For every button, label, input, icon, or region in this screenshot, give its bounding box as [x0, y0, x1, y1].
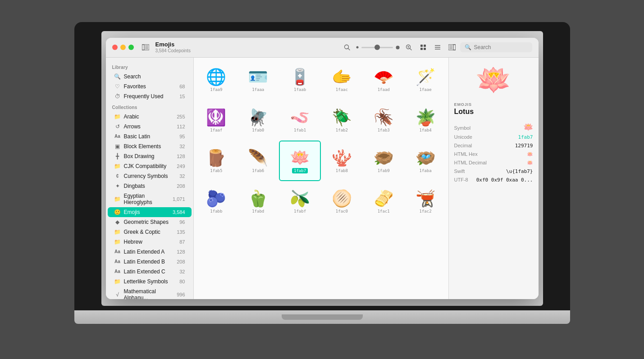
emoji-cell[interactable]: 🪷 1fab7 [279, 141, 321, 181]
emoji-cell[interactable]: 🪲 1fab2 [321, 100, 363, 141]
collections-section-header: Collections [106, 101, 193, 112]
sidebar-toggle-button[interactable] [139, 41, 152, 54]
emoji-code: 1fab3 [378, 128, 390, 132]
sidebar-item-search[interactable]: 🔍 Search [108, 72, 192, 82]
emoji-code: 1faac [336, 87, 348, 92]
emoji-cell[interactable]: 🌐 1faa9 [196, 59, 238, 100]
emoji-cell[interactable]: 🫑 1fabd [237, 181, 279, 222]
box-icon: ╋ [114, 153, 121, 159]
emoji-glyph: 🪭 [374, 68, 394, 86]
grid-view-button[interactable] [417, 41, 429, 54]
sidebar-item-latin-ext-c[interactable]: Aa Latin Extended C 32 [108, 267, 192, 277]
sidebar-item-greek[interactable]: 📁 Greek & Coptic 135 [108, 227, 192, 237]
emoji-cell[interactable]: 🪵 1fab5 [196, 141, 238, 181]
sidebar-item-label: Search [124, 73, 185, 80]
maximize-button[interactable] [128, 45, 134, 50]
sidebar-item-box-drawing[interactable]: ╋ Box Drawing 128 [108, 151, 192, 161]
emoji-cell[interactable]: 🫐 1fabb [196, 181, 238, 222]
emoji-code: 1fabd [252, 209, 264, 214]
emoji-glyph: 🪪 [248, 68, 268, 86]
list-view-button[interactable] [431, 41, 444, 54]
emoji-cell[interactable]: 🪄 1faae [405, 59, 447, 100]
emoji-cell[interactable]: 🪱 1fab1 [279, 100, 321, 141]
sidebar-item-count: 32 [179, 173, 185, 179]
sidebar-item-label: Arrows [124, 123, 174, 130]
detail-row-value: \u{1fab7} [506, 168, 533, 174]
sidebar-item-latin-ext-b[interactable]: Aa Latin Extended B 208 [108, 257, 192, 267]
emoji-cell[interactable]: 🪰 1fab0 [237, 100, 279, 141]
emoji-cell[interactable]: 🫓 1fac0 [321, 181, 363, 222]
sidebar-item-latin-ext-a[interactable]: Aa Latin Extended A 128 [108, 247, 192, 257]
text-icon: Aa [114, 259, 121, 264]
emoji-cell[interactable]: 🫱 1faac [321, 59, 363, 100]
emoji-cell[interactable]: 🪯 1faaf [196, 100, 238, 141]
sidebar-item-math[interactable]: √ Mathematical Alphanu... 996 [108, 286, 192, 299]
text-icon: Aa [114, 249, 121, 254]
panel-toggle-button[interactable] [446, 41, 458, 54]
sidebar-item-favorites[interactable]: ♡ Favorites 68 [108, 82, 192, 91]
sidebar-item-block-elements[interactable]: ▣ Block Elements 32 [108, 141, 192, 151]
emoji-glyph: 🪯 [206, 109, 226, 127]
emoji-code: 1fab7 [292, 168, 308, 173]
sidebar-item-arabic[interactable]: 📁 Arabic 255 [108, 112, 192, 122]
sidebar-item-dingbats[interactable]: ✦ Dingbats 208 [108, 181, 192, 191]
sidebar-item-cjk[interactable]: 📁 CJK Compatibility 249 [108, 161, 192, 171]
emoji-cell[interactable]: 🪫 1faab [279, 59, 321, 100]
emoji-grid-area: 🌐 1faa9 🪪 1faaa 🪫 1faab 🫱 1faac 🪭 1faad … [194, 58, 448, 299]
sidebar-item-emojis[interactable]: 🙂 Emojis 3,584 [108, 207, 192, 217]
emoji-cell[interactable]: 🪴 1fab4 [405, 100, 447, 141]
emoji-cell[interactable]: 🪪 1faaa [237, 59, 279, 100]
close-button[interactable] [112, 45, 118, 50]
sidebar-item-hebrew[interactable]: 📁 Hebrew 87 [108, 237, 192, 247]
emoji-code: 1fabb [210, 209, 222, 214]
emoji-code: 1fab1 [294, 128, 306, 132]
emoji-cell[interactable]: 🪳 1fab3 [363, 100, 405, 141]
emoji-glyph: 🪱 [290, 109, 310, 127]
detail-panel: 🪷 EMOJIS Lotus Symbol 🪷 Unicode 1fab7 De… [448, 58, 539, 299]
detail-row-label: UTF-8 [454, 177, 468, 182]
emoji-code: 1faaa [252, 87, 264, 92]
svg-rect-21 [453, 45, 456, 50]
search-input[interactable] [474, 44, 528, 50]
sidebar-item-basic-latin[interactable]: Aa Basic Latin 95 [108, 132, 192, 141]
text-icon: Aa [114, 134, 121, 139]
geometric-icon: ◆ [114, 219, 121, 225]
emoji-cell[interactable]: 🫒 1fabf [279, 181, 321, 222]
sidebar-item-currency[interactable]: ¢ Currency Symbols 32 [108, 171, 192, 181]
emoji-code: 1fac1 [378, 209, 390, 214]
detail-row-value: 🪷 [527, 160, 533, 166]
sidebar-item-label: Emojis [124, 209, 170, 215]
detail-row-symbol: Symbol 🪷 [454, 122, 533, 132]
emoji-cell[interactable]: 🪺 1faba [405, 141, 447, 181]
emoji-cell[interactable]: 🪹 1fab9 [363, 141, 405, 181]
emoji-glyph: 🫐 [206, 190, 226, 208]
text-icon: Aa [114, 269, 121, 274]
sidebar-item-frequently-used[interactable]: ⏱ Frequently Used 15 [108, 91, 192, 101]
sidebar-item-count: 3,584 [173, 209, 185, 215]
detail-row-label: Decimal [454, 143, 472, 148]
sidebar-item-letterlike[interactable]: 📁 Letterlike Symbols 80 [108, 277, 192, 286]
emoji-icon: 🙂 [114, 209, 121, 215]
sidebar-item-label: Dingbats [124, 183, 174, 189]
emoji-cell[interactable]: 🫕 1fac2 [405, 181, 447, 222]
folder-icon: 📁 [114, 239, 121, 245]
size-slider[interactable] [355, 45, 401, 50]
detail-category: EMOJIS [454, 102, 533, 107]
sidebar-item-label: Arabic [124, 114, 174, 120]
sidebar-item-arrows[interactable]: ↺ Arrows 112 [108, 122, 192, 132]
app-title: Emojis [155, 41, 191, 48]
minimize-button[interactable] [120, 45, 126, 50]
search-toggle-button[interactable] [341, 41, 353, 54]
emoji-cell[interactable]: 🪭 1faad [363, 59, 405, 100]
emoji-cell[interactable]: 🫔 1fac1 [363, 181, 405, 222]
svg-rect-0 [142, 45, 144, 50]
zoom-button[interactable] [402, 41, 415, 54]
emoji-cell[interactable]: 🪸 1fab8 [321, 141, 363, 181]
emoji-cell[interactable]: 🪶 1fab6 [237, 141, 279, 181]
svg-rect-13 [420, 45, 423, 47]
emoji-glyph: 🪫 [290, 68, 310, 86]
search-bar[interactable]: 🔍 [460, 42, 532, 52]
sidebar-item-egyptian[interactable]: 📁 Egyptian Hieroglyphs 1,071 [108, 191, 192, 207]
sidebar-item-geometric[interactable]: ◆ Geometric Shapes 96 [108, 217, 192, 227]
emoji-code: 1fab8 [336, 168, 348, 173]
